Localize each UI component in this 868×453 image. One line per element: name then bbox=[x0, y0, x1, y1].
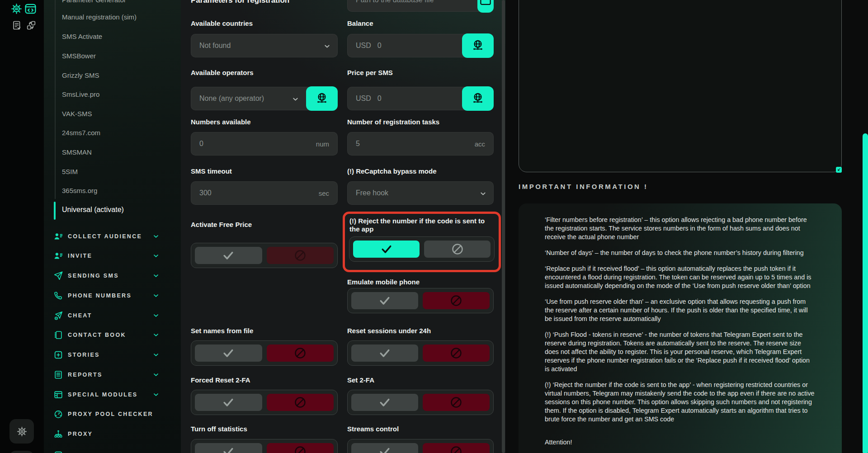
registration-tasks-label: Number of registration tasks bbox=[347, 118, 439, 126]
toggle-yes-button[interactable] bbox=[351, 443, 418, 453]
toggle-no-button[interactable] bbox=[423, 292, 490, 309]
sidebar-item-label: STORIES bbox=[68, 352, 100, 358]
toggle-no-button[interactable] bbox=[267, 394, 334, 411]
toggle-no-button[interactable] bbox=[424, 241, 491, 258]
recaptcha-bypass-select[interactable]: Free hook bbox=[347, 181, 494, 205]
refresh-operators-button[interactable] bbox=[306, 86, 338, 111]
check-icon bbox=[380, 243, 393, 255]
numbers-available-label: Numbers available bbox=[191, 118, 251, 126]
form-scrollbar[interactable] bbox=[502, 0, 505, 453]
refresh-price-button[interactable] bbox=[462, 86, 494, 111]
secondary-rail-button[interactable] bbox=[9, 451, 34, 453]
chevron-down-icon bbox=[323, 42, 331, 50]
sidebar-item-sms-activate[interactable]: SMS Activate bbox=[62, 33, 102, 41]
report-icon bbox=[53, 370, 63, 380]
chevron-down-icon[interactable] bbox=[152, 233, 160, 240]
sidebar-item-sending-sms[interactable]: SENDING SMS bbox=[53, 270, 119, 281]
app-window: Parameter Generator Manual registration … bbox=[0, 0, 868, 453]
toggle-yes-button[interactable] bbox=[195, 247, 262, 264]
chevron-down-icon[interactable] bbox=[152, 371, 160, 378]
toggle-yes-button[interactable] bbox=[351, 394, 418, 411]
modules-icon bbox=[53, 390, 63, 400]
registration-tasks-input[interactable]: 5 acc bbox=[347, 132, 494, 156]
code-window-icon[interactable] bbox=[24, 2, 37, 15]
sidebar-item-smsman[interactable]: SMSMAN bbox=[62, 148, 92, 157]
toggle-yes-button[interactable] bbox=[195, 344, 262, 362]
sidebar-item-collect-audience[interactable]: COLLECT AUDIENCE bbox=[53, 231, 142, 242]
toggle-yes-button[interactable] bbox=[353, 241, 420, 258]
sidebar-item-clipped[interactable] bbox=[53, 450, 63, 453]
sidebar-item-smsbower[interactable]: SMSBower bbox=[62, 52, 96, 61]
gear-icon[interactable] bbox=[10, 3, 23, 15]
toggle-yes-button[interactable] bbox=[351, 344, 418, 362]
sidebar-item-parameter-generator[interactable]: Parameter Generator bbox=[62, 0, 126, 5]
chevron-down-icon[interactable] bbox=[152, 252, 160, 260]
sidebar-item-vak-sms[interactable]: VAK-SMS bbox=[62, 110, 92, 118]
info-scrollbar[interactable] bbox=[863, 133, 868, 453]
reject-number-toggle bbox=[349, 236, 495, 262]
toggle-no-button[interactable] bbox=[267, 344, 334, 362]
chevron-down-icon[interactable] bbox=[152, 331, 160, 339]
resize-handle[interactable] bbox=[836, 167, 842, 173]
chevron-down-icon[interactable] bbox=[152, 292, 160, 299]
sidebar-item-365sms[interactable]: 365sms.org bbox=[62, 187, 97, 195]
emulate-mobile-phone-toggle bbox=[347, 288, 494, 313]
db-path-field[interactable] bbox=[347, 0, 494, 12]
input-value: 300 bbox=[199, 189, 212, 197]
toggle-no-button[interactable] bbox=[267, 443, 334, 453]
unit-suffix: acc bbox=[475, 140, 485, 148]
sidebar-item-stories[interactable]: STORIES bbox=[53, 349, 100, 360]
chevron-down-icon[interactable] bbox=[152, 351, 160, 359]
sidebar-item-proxy-pool-checker[interactable]: PROXY POOL CHECKER bbox=[53, 409, 153, 420]
toggle-yes-button[interactable] bbox=[195, 394, 262, 411]
sidebar-item-manual-registration[interactable]: Manual registration (sim) bbox=[62, 13, 137, 22]
toggle-yes-button[interactable] bbox=[195, 443, 262, 453]
chevron-down-icon[interactable] bbox=[152, 272, 160, 279]
clipboard-check-icon[interactable] bbox=[11, 20, 22, 31]
db-path-input[interactable] bbox=[356, 0, 485, 4]
sidebar-item-phone-numbers[interactable]: PHONE NUMBERS bbox=[53, 290, 132, 301]
sidebar-item-contact-book[interactable]: CONTACT BOOK bbox=[53, 330, 126, 340]
toggle-no-button[interactable] bbox=[423, 344, 490, 362]
sidebar: Parameter Generator Manual registration … bbox=[44, 0, 181, 453]
selected-value: Free hook bbox=[356, 189, 388, 197]
sidebar-item-24sms7[interactable]: 24sms7.com bbox=[62, 129, 100, 137]
turn-off-statistics-label: Turn off statistics bbox=[191, 425, 247, 433]
available-operators-label: Available operators bbox=[191, 68, 254, 77]
sidebar-item-label: PROXY POOL CHECKER bbox=[68, 411, 153, 417]
sidebar-item-universal-activate[interactable]: Universal (activate) bbox=[62, 206, 124, 214]
sms-timeout-input[interactable]: 300 sec bbox=[191, 181, 338, 205]
ban-icon bbox=[294, 249, 307, 262]
globe-network-icon bbox=[471, 92, 485, 105]
available-countries-label: Available countries bbox=[191, 19, 253, 28]
toggle-yes-button[interactable] bbox=[351, 292, 418, 309]
sidebar-item-smslive-pro[interactable]: SmsLive.pro bbox=[62, 90, 99, 99]
sidebar-item-cheat[interactable]: CHEAT bbox=[53, 310, 92, 321]
chevron-down-icon[interactable] bbox=[152, 312, 160, 319]
sidebar-item-label: COLLECT AUDIENCE bbox=[68, 233, 142, 240]
chevron-down-icon[interactable] bbox=[152, 391, 160, 398]
available-countries-select[interactable]: Not found bbox=[191, 34, 338, 57]
sidebar-item-grizzly-sms[interactable]: Grizzly SMS bbox=[62, 71, 99, 80]
sidebar-item-special-modules[interactable]: SPECIAL MODULES bbox=[53, 389, 137, 400]
reset-sessions-label: Reset sessions under 24h bbox=[347, 326, 431, 335]
sidebar-item-invite[interactable]: INVITE bbox=[53, 250, 92, 261]
unit-suffix: sec bbox=[319, 189, 329, 197]
settings-button[interactable] bbox=[9, 419, 34, 444]
toggle-no-button[interactable] bbox=[423, 443, 490, 453]
emulate-mobile-phone-label: Emulate mobile phone bbox=[347, 278, 420, 286]
input-value: 0 bbox=[377, 94, 382, 103]
paper-plane-icon bbox=[53, 271, 63, 281]
browse-file-button[interactable] bbox=[477, 0, 494, 13]
reset-sessions-toggle bbox=[347, 340, 494, 366]
transfer-icon[interactable] bbox=[26, 20, 37, 31]
toggle-no-button[interactable] bbox=[267, 247, 334, 264]
important-information-heading: IMPORTANT INFORMATION ! bbox=[519, 183, 648, 190]
sidebar-item-reports[interactable]: REPORTS bbox=[53, 369, 103, 380]
set-2fa-label: Set 2-FA bbox=[347, 376, 374, 384]
sidebar-item-proxy[interactable]: PROXY bbox=[53, 429, 93, 439]
numbers-available-input[interactable]: 0 num bbox=[191, 132, 338, 156]
toggle-no-button[interactable] bbox=[423, 394, 490, 411]
sidebar-item-5sim[interactable]: 5SIM bbox=[62, 168, 78, 176]
refresh-balance-button[interactable] bbox=[462, 33, 494, 58]
